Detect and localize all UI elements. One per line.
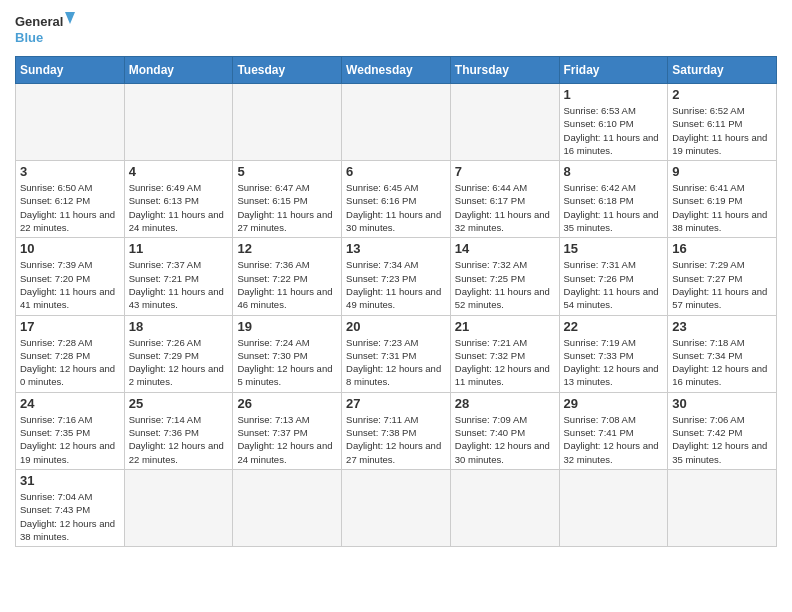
day-number: 7 [455, 164, 555, 179]
weekday-header-thursday: Thursday [450, 57, 559, 84]
svg-text:Blue: Blue [15, 30, 43, 45]
day-info: Sunrise: 6:50 AM Sunset: 6:12 PM Dayligh… [20, 181, 120, 234]
calendar-cell: 23Sunrise: 7:18 AM Sunset: 7:34 PM Dayli… [668, 315, 777, 392]
day-number: 8 [564, 164, 664, 179]
calendar-cell [16, 84, 125, 161]
day-number: 6 [346, 164, 446, 179]
day-number: 26 [237, 396, 337, 411]
calendar-cell: 2Sunrise: 6:52 AM Sunset: 6:11 PM Daylig… [668, 84, 777, 161]
calendar-cell: 3Sunrise: 6:50 AM Sunset: 6:12 PM Daylig… [16, 161, 125, 238]
calendar-cell [559, 469, 668, 546]
weekday-header-wednesday: Wednesday [342, 57, 451, 84]
day-info: Sunrise: 7:26 AM Sunset: 7:29 PM Dayligh… [129, 336, 229, 389]
calendar-cell: 26Sunrise: 7:13 AM Sunset: 7:37 PM Dayli… [233, 392, 342, 469]
day-info: Sunrise: 6:49 AM Sunset: 6:13 PM Dayligh… [129, 181, 229, 234]
calendar-cell [450, 469, 559, 546]
weekday-header-friday: Friday [559, 57, 668, 84]
day-number: 9 [672, 164, 772, 179]
day-number: 25 [129, 396, 229, 411]
header: General Blue [15, 10, 777, 50]
calendar-cell: 24Sunrise: 7:16 AM Sunset: 7:35 PM Dayli… [16, 392, 125, 469]
calendar-cell: 13Sunrise: 7:34 AM Sunset: 7:23 PM Dayli… [342, 238, 451, 315]
calendar-week-3: 10Sunrise: 7:39 AM Sunset: 7:20 PM Dayli… [16, 238, 777, 315]
day-info: Sunrise: 7:32 AM Sunset: 7:25 PM Dayligh… [455, 258, 555, 311]
weekday-header-tuesday: Tuesday [233, 57, 342, 84]
day-number: 18 [129, 319, 229, 334]
day-number: 22 [564, 319, 664, 334]
day-number: 19 [237, 319, 337, 334]
day-info: Sunrise: 7:24 AM Sunset: 7:30 PM Dayligh… [237, 336, 337, 389]
calendar-cell: 19Sunrise: 7:24 AM Sunset: 7:30 PM Dayli… [233, 315, 342, 392]
day-number: 2 [672, 87, 772, 102]
calendar-cell [342, 84, 451, 161]
day-number: 15 [564, 241, 664, 256]
day-info: Sunrise: 6:52 AM Sunset: 6:11 PM Dayligh… [672, 104, 772, 157]
weekday-header-monday: Monday [124, 57, 233, 84]
calendar-week-2: 3Sunrise: 6:50 AM Sunset: 6:12 PM Daylig… [16, 161, 777, 238]
day-info: Sunrise: 7:04 AM Sunset: 7:43 PM Dayligh… [20, 490, 120, 543]
calendar-cell: 9Sunrise: 6:41 AM Sunset: 6:19 PM Daylig… [668, 161, 777, 238]
day-number: 30 [672, 396, 772, 411]
day-info: Sunrise: 7:08 AM Sunset: 7:41 PM Dayligh… [564, 413, 664, 466]
calendar-cell: 22Sunrise: 7:19 AM Sunset: 7:33 PM Dayli… [559, 315, 668, 392]
day-number: 29 [564, 396, 664, 411]
calendar-table: SundayMondayTuesdayWednesdayThursdayFrid… [15, 56, 777, 547]
day-number: 13 [346, 241, 446, 256]
day-number: 12 [237, 241, 337, 256]
calendar-cell: 5Sunrise: 6:47 AM Sunset: 6:15 PM Daylig… [233, 161, 342, 238]
day-info: Sunrise: 7:14 AM Sunset: 7:36 PM Dayligh… [129, 413, 229, 466]
day-number: 3 [20, 164, 120, 179]
day-number: 24 [20, 396, 120, 411]
calendar-cell [450, 84, 559, 161]
day-info: Sunrise: 6:44 AM Sunset: 6:17 PM Dayligh… [455, 181, 555, 234]
calendar-cell: 28Sunrise: 7:09 AM Sunset: 7:40 PM Dayli… [450, 392, 559, 469]
calendar-week-5: 24Sunrise: 7:16 AM Sunset: 7:35 PM Dayli… [16, 392, 777, 469]
day-number: 14 [455, 241, 555, 256]
calendar-week-6: 31Sunrise: 7:04 AM Sunset: 7:43 PM Dayli… [16, 469, 777, 546]
day-number: 28 [455, 396, 555, 411]
day-info: Sunrise: 6:53 AM Sunset: 6:10 PM Dayligh… [564, 104, 664, 157]
day-number: 27 [346, 396, 446, 411]
svg-marker-2 [65, 12, 75, 24]
day-number: 1 [564, 87, 664, 102]
day-info: Sunrise: 7:29 AM Sunset: 7:27 PM Dayligh… [672, 258, 772, 311]
logo: General Blue [15, 10, 75, 50]
day-info: Sunrise: 6:42 AM Sunset: 6:18 PM Dayligh… [564, 181, 664, 234]
calendar-cell: 16Sunrise: 7:29 AM Sunset: 7:27 PM Dayli… [668, 238, 777, 315]
day-info: Sunrise: 7:28 AM Sunset: 7:28 PM Dayligh… [20, 336, 120, 389]
day-info: Sunrise: 7:19 AM Sunset: 7:33 PM Dayligh… [564, 336, 664, 389]
logo-svg: General Blue [15, 10, 75, 50]
calendar-cell: 4Sunrise: 6:49 AM Sunset: 6:13 PM Daylig… [124, 161, 233, 238]
calendar-cell [124, 84, 233, 161]
day-info: Sunrise: 7:31 AM Sunset: 7:26 PM Dayligh… [564, 258, 664, 311]
calendar-cell: 6Sunrise: 6:45 AM Sunset: 6:16 PM Daylig… [342, 161, 451, 238]
calendar-week-1: 1Sunrise: 6:53 AM Sunset: 6:10 PM Daylig… [16, 84, 777, 161]
day-number: 4 [129, 164, 229, 179]
day-info: Sunrise: 6:47 AM Sunset: 6:15 PM Dayligh… [237, 181, 337, 234]
calendar-cell: 10Sunrise: 7:39 AM Sunset: 7:20 PM Dayli… [16, 238, 125, 315]
day-number: 17 [20, 319, 120, 334]
weekday-header-row: SundayMondayTuesdayWednesdayThursdayFrid… [16, 57, 777, 84]
day-number: 5 [237, 164, 337, 179]
calendar-cell: 1Sunrise: 6:53 AM Sunset: 6:10 PM Daylig… [559, 84, 668, 161]
svg-text:General: General [15, 14, 63, 29]
day-info: Sunrise: 7:21 AM Sunset: 7:32 PM Dayligh… [455, 336, 555, 389]
day-info: Sunrise: 7:34 AM Sunset: 7:23 PM Dayligh… [346, 258, 446, 311]
calendar-cell [233, 469, 342, 546]
calendar-cell: 18Sunrise: 7:26 AM Sunset: 7:29 PM Dayli… [124, 315, 233, 392]
day-info: Sunrise: 7:39 AM Sunset: 7:20 PM Dayligh… [20, 258, 120, 311]
calendar-cell: 15Sunrise: 7:31 AM Sunset: 7:26 PM Dayli… [559, 238, 668, 315]
calendar-cell: 25Sunrise: 7:14 AM Sunset: 7:36 PM Dayli… [124, 392, 233, 469]
day-number: 11 [129, 241, 229, 256]
calendar-cell: 12Sunrise: 7:36 AM Sunset: 7:22 PM Dayli… [233, 238, 342, 315]
day-number: 16 [672, 241, 772, 256]
calendar-cell: 31Sunrise: 7:04 AM Sunset: 7:43 PM Dayli… [16, 469, 125, 546]
day-info: Sunrise: 7:36 AM Sunset: 7:22 PM Dayligh… [237, 258, 337, 311]
day-info: Sunrise: 7:37 AM Sunset: 7:21 PM Dayligh… [129, 258, 229, 311]
day-info: Sunrise: 7:11 AM Sunset: 7:38 PM Dayligh… [346, 413, 446, 466]
day-info: Sunrise: 7:09 AM Sunset: 7:40 PM Dayligh… [455, 413, 555, 466]
calendar-cell: 14Sunrise: 7:32 AM Sunset: 7:25 PM Dayli… [450, 238, 559, 315]
day-number: 31 [20, 473, 120, 488]
calendar-cell: 11Sunrise: 7:37 AM Sunset: 7:21 PM Dayli… [124, 238, 233, 315]
calendar-cell: 30Sunrise: 7:06 AM Sunset: 7:42 PM Dayli… [668, 392, 777, 469]
